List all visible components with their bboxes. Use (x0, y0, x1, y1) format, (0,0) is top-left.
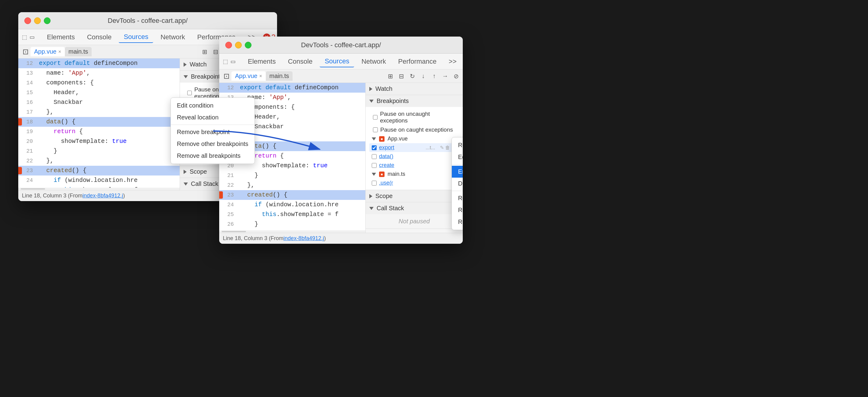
close-button-1[interactable] (24, 17, 31, 24)
bp-checkbox-2-2[interactable] (372, 154, 377, 159)
tab-sources-1[interactable]: Sources (119, 31, 153, 43)
code-line-21-1: 21 } (18, 146, 180, 156)
step-into-icon-2[interactable]: ↑ (430, 72, 438, 80)
close-tab-1[interactable]: × (58, 49, 61, 55)
tab-console-1[interactable]: Console (82, 31, 117, 43)
status-link-2[interactable]: index-8bfa4912.j (283, 235, 324, 242)
inspect-icon-2[interactable]: ⬚ (223, 57, 228, 66)
maximize-button-1[interactable] (44, 17, 51, 24)
resume-icon-2[interactable]: ↻ (408, 72, 416, 80)
maximize-button-2[interactable] (245, 42, 251, 49)
ctx-remove-other-1[interactable]: Remove other breakpoints (171, 138, 254, 150)
bp-item-2-2: data() 18 (369, 152, 459, 161)
watch-section-2: Watch (366, 83, 463, 95)
ctx-edit-condition-1[interactable]: Edit condition (171, 100, 254, 112)
tab-network-1[interactable]: Network (156, 31, 190, 43)
code-panel-1: 12 export default defineCompon 13 name: … (18, 58, 180, 190)
tab-console-2[interactable]: Console (283, 56, 317, 67)
device-icon-2[interactable]: ▭ (230, 57, 236, 66)
panel-layout-2-icon-1[interactable]: ⊟ (211, 48, 220, 56)
close-button-2[interactable] (225, 42, 232, 49)
main-bp-checkbox-2[interactable] (372, 181, 377, 186)
edit-icon-1[interactable]: ✎ (440, 145, 444, 150)
app-vue-group-2[interactable]: ■ App.vue (369, 134, 459, 143)
sidebar-toggle-2[interactable]: ⊡ (222, 71, 231, 81)
code-line-13-1: 13 name: 'App', (18, 68, 180, 78)
traffic-lights-2 (225, 42, 251, 49)
code-line-23-1: 23 created() { (18, 166, 180, 175)
tab-performance-2[interactable]: Performance (393, 56, 441, 67)
pause-uncaught-row-2: Pause on uncaught exceptions (369, 109, 459, 125)
watch-triangle-1 (184, 62, 187, 67)
tab-sources-2[interactable]: Sources (320, 56, 354, 67)
bp-checkbox-1-2[interactable] (372, 145, 377, 150)
code-line-24-2: 24 if (window.location.hre (219, 200, 365, 209)
code-line-21-2: 21 } (219, 171, 365, 180)
ctx2-remove-bp[interactable]: Remove breakpoint (452, 192, 463, 204)
bp-checkbox-3-2[interactable] (372, 163, 377, 168)
ctx2-sep-2 (452, 191, 463, 191)
breakpoint-marker-23-2 (219, 191, 223, 199)
file-tab-main-ts-1[interactable]: main.ts (65, 47, 92, 56)
status-link-1[interactable]: index-8bfa4912.j (83, 193, 123, 199)
code-line-25-2: 25 this.showTemplate = f (219, 209, 365, 219)
app-vue-triangle-2 (372, 137, 376, 140)
step-out-icon-2[interactable]: → (441, 72, 450, 80)
ctx2-disable-all[interactable]: Disable all breakpoints (452, 178, 463, 190)
tab-more-2[interactable]: >> (444, 56, 462, 67)
inspect-icon[interactable]: ⬚ (22, 32, 27, 42)
ctx2-sep-1 (452, 164, 463, 165)
callstack-header-2[interactable]: Call Stack (366, 202, 463, 214)
ctx-reveal-location-1[interactable]: Reveal location (171, 112, 254, 123)
ctx2-remove-other[interactable]: Remove other breakpoints (452, 204, 463, 216)
tab-network-2[interactable]: Network (356, 56, 391, 67)
file-tab-app-vue-1[interactable]: App.vue × (30, 47, 65, 56)
pause-uncaught-checkbox-1[interactable] (187, 90, 192, 95)
scroll-thumb-1 (21, 188, 45, 190)
minimize-button-1[interactable] (34, 17, 41, 24)
pause-caught-checkbox-2[interactable] (373, 127, 378, 132)
ctx2-edit-condition[interactable]: Edit condition (452, 151, 463, 163)
right-panel-2: Watch Breakpoints Pause on uncaught exce… (365, 83, 463, 233)
scope-header-2[interactable]: Scope (366, 190, 463, 202)
code-line-24-1: 24 if (window.location.hre (18, 175, 180, 185)
callstack-section-2: Call Stack Not paused (366, 202, 463, 229)
pause-uncaught-checkbox-2[interactable] (373, 115, 377, 120)
ctx2-reveal-location[interactable]: Reveal location (452, 139, 463, 151)
file-tab-main-ts-2[interactable]: main.ts (266, 71, 292, 81)
breakpoint-marker-18-1 (18, 118, 22, 125)
debug-controls-2: ⊞ ⊟ ↻ ↓ ↑ → ⊘ (386, 72, 460, 80)
panel-layout-icon-2[interactable]: ⊞ (386, 72, 395, 80)
watch-triangle-2 (369, 87, 372, 91)
ctx-remove-all-1[interactable]: Remove all breakpoints (171, 150, 254, 162)
breakpoints-triangle-1 (184, 75, 188, 78)
callstack-triangle-2 (369, 207, 374, 210)
status-bar-2: Line 18, Column 3 (From index-8bfa4912.j… (219, 233, 463, 244)
deactivate-icon-2[interactable]: ⊘ (452, 72, 460, 80)
ctx-remove-bp-1[interactable]: Remove breakpoint (171, 126, 254, 138)
ctx2-enable-all[interactable]: Enable all breakpoints (452, 166, 463, 178)
sidebar-toggle-1[interactable]: ⊡ (21, 47, 30, 57)
device-icon[interactable]: ▭ (30, 32, 35, 42)
panel-layout-2-icon-2[interactable]: ⊟ (397, 72, 406, 80)
breakpoints-header-2[interactable]: Breakpoints (366, 95, 463, 107)
panel-layout-icon-1[interactable]: ⊞ (200, 48, 209, 56)
delete-icon-1[interactable]: 🗑 (445, 145, 450, 150)
code-line-12-2: 12 export default defineCompon (219, 83, 365, 93)
close-tab-2[interactable]: × (259, 74, 262, 79)
devtools-window-2: DevTools - coffee-cart.app/ ⬚ ▭ Elements… (219, 36, 463, 244)
breakpoints-content-2: Pause on uncaught exceptions Pause on ca… (366, 107, 463, 190)
scroll-bar-1[interactable] (18, 188, 180, 190)
code-line-16-1: 16 Snackbar (18, 97, 180, 107)
main-triangle-2 (372, 173, 376, 176)
main-group-2[interactable]: ■ main.ts (369, 170, 459, 178)
watch-header-2[interactable]: Watch (366, 83, 463, 95)
minimize-button-2[interactable] (235, 42, 242, 49)
file-tab-app-vue-2[interactable]: App.vue × (231, 71, 266, 81)
ctx2-remove-all[interactable]: Remove all breakpoints (452, 216, 463, 228)
tab-elements-1[interactable]: Elements (42, 31, 80, 43)
scroll-bar-2[interactable] (219, 230, 365, 233)
tab-elements-2[interactable]: Elements (243, 56, 281, 67)
window-title-1: DevTools - coffee-cart.app/ (108, 17, 188, 25)
step-over-icon-2[interactable]: ↓ (419, 72, 428, 80)
